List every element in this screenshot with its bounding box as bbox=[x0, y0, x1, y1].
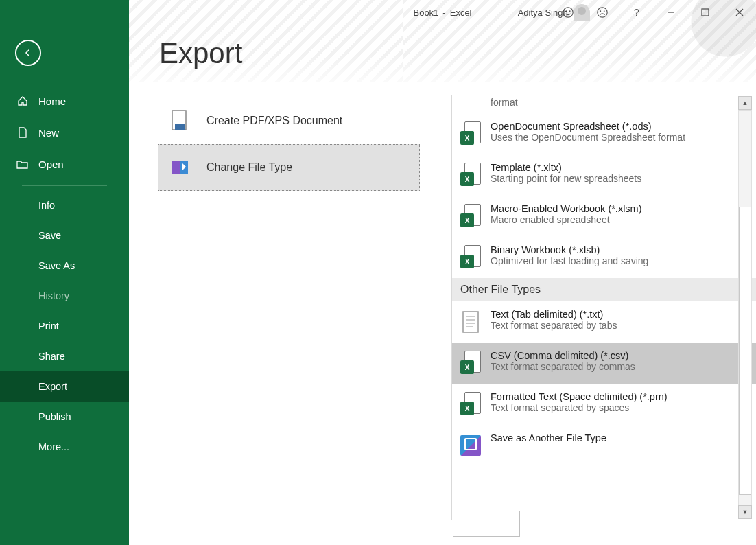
sidebar-item-label: Open bbox=[38, 159, 64, 170]
column-separator bbox=[423, 97, 423, 538]
sidebar-item-label: New bbox=[38, 127, 59, 139]
page-title: Export bbox=[159, 37, 242, 70]
save-as-button[interactable] bbox=[453, 511, 520, 537]
sad-face-icon[interactable] bbox=[593, 3, 612, 22]
titlebar: Book1 - Excel Aditya Singh ? bbox=[129, 0, 756, 25]
filetype-title: CSV (Comma delimited) (*.csv) bbox=[491, 350, 635, 361]
backstage-sidebar: Home New Open Info Save Save As History … bbox=[0, 0, 129, 545]
filetype-title: Macro-Enabled Workbook (*.xlsm) bbox=[491, 203, 642, 214]
filetype-desc: Text format separated by tabs bbox=[491, 320, 617, 331]
create-pdf-xps-option[interactable]: Create PDF/XPS Document bbox=[158, 97, 420, 144]
user-avatar-icon bbox=[574, 4, 590, 21]
export-option-label: Change File Type bbox=[206, 161, 292, 174]
filetype-prn[interactable]: X Formatted Text (Space delimited) (*.pr… bbox=[452, 384, 756, 425]
sidebar-item-more[interactable]: More... bbox=[0, 432, 129, 462]
user-name: Aditya Singh bbox=[518, 8, 568, 18]
maximize-button[interactable] bbox=[696, 3, 715, 22]
svg-rect-7 bbox=[702, 9, 709, 16]
svg-rect-11 bbox=[172, 161, 180, 174]
pdf-document-icon bbox=[168, 109, 191, 132]
arrow-left-icon bbox=[22, 47, 34, 59]
main-panel: Book1 - Excel Aditya Singh ? Export bbox=[129, 0, 756, 545]
back-button[interactable] bbox=[15, 40, 41, 66]
filetype-xltx[interactable]: X Template (*.xltx) Starting point for n… bbox=[452, 154, 756, 196]
filetype-title: Text (Tab delimited) (*.txt) bbox=[491, 309, 617, 320]
filetype-desc: Starting point for new spreadsheets bbox=[491, 173, 641, 184]
sidebar-item-saveas[interactable]: Save As bbox=[0, 251, 129, 281]
home-icon bbox=[16, 95, 29, 107]
sidebar-item-history: History bbox=[0, 281, 129, 311]
scroll-up-button[interactable]: ▲ bbox=[738, 96, 752, 110]
minimize-button[interactable] bbox=[661, 3, 681, 22]
excel-file-icon: X bbox=[459, 350, 482, 376]
scroll-down-button[interactable]: ▼ bbox=[738, 505, 752, 519]
scroll-thumb[interactable] bbox=[739, 207, 751, 495]
svg-point-5 bbox=[604, 10, 605, 12]
folder-open-icon bbox=[16, 158, 29, 170]
export-option-label: Create PDF/XPS Document bbox=[206, 115, 342, 127]
vertical-scrollbar[interactable]: ▲ ▼ bbox=[738, 96, 752, 519]
sidebar-item-label: Home bbox=[38, 95, 66, 107]
sidebar-item-export[interactable]: Export bbox=[0, 371, 129, 402]
filetype-save-another[interactable]: Save as Another File Type bbox=[452, 425, 756, 466]
filetype-xlsb[interactable]: X Binary Workbook (*.xlsb) Optimized for… bbox=[452, 237, 756, 278]
user-identity[interactable]: Aditya Singh bbox=[518, 4, 590, 21]
filetype-csv[interactable]: X CSV (Comma delimited) (*.csv) Text for… bbox=[452, 343, 756, 384]
help-icon[interactable]: ? bbox=[627, 3, 646, 22]
save-as-icon bbox=[459, 432, 482, 459]
excel-file-icon: X bbox=[459, 121, 482, 147]
app-name: Excel bbox=[450, 8, 472, 18]
new-file-icon bbox=[16, 126, 29, 139]
scroll-track[interactable] bbox=[738, 110, 752, 505]
filetype-section-header: Other File Types bbox=[452, 278, 756, 301]
sidebar-item-share[interactable]: Share bbox=[0, 341, 129, 371]
sidebar-item-info[interactable]: Info bbox=[0, 190, 129, 220]
filetype-txt[interactable]: Text (Tab delimited) (*.txt) Text format… bbox=[452, 301, 756, 343]
filetype-xlsm[interactable]: X Macro-Enabled Workbook (*.xlsm) Macro … bbox=[452, 196, 756, 237]
window-title: Book1 - Excel bbox=[413, 8, 471, 18]
filetype-title: Binary Workbook (*.xlsb) bbox=[491, 244, 648, 255]
close-button[interactable] bbox=[730, 3, 749, 22]
filetype-desc: Text format separated by spaces bbox=[491, 402, 668, 413]
filetype-title: Formatted Text (Space delimited) (*.prn) bbox=[491, 391, 668, 402]
filetype-title: Save as Another File Type bbox=[491, 432, 606, 443]
filetype-desc: Optimized for fast loading and saving bbox=[491, 255, 648, 266]
sidebar-item-home[interactable]: Home bbox=[0, 85, 129, 117]
change-file-type-icon bbox=[168, 156, 191, 179]
filetype-desc: Uses the OpenDocument Spreadsheet format bbox=[491, 132, 685, 143]
excel-file-icon: X bbox=[459, 391, 482, 417]
sidebar-divider bbox=[22, 185, 107, 186]
export-options-list: Create PDF/XPS Document Change File Type bbox=[158, 97, 420, 191]
sidebar-item-open[interactable]: Open bbox=[0, 148, 129, 180]
sidebar-item-save[interactable]: Save bbox=[0, 220, 129, 251]
document-name: Book1 bbox=[413, 8, 438, 18]
sidebar-item-print[interactable]: Print bbox=[0, 311, 129, 341]
excel-file-icon: X bbox=[459, 244, 482, 270]
filetype-desc: Macro enabled spreadsheet bbox=[491, 214, 642, 225]
sidebar-item-publish[interactable]: Publish bbox=[0, 402, 129, 432]
filetype-desc: Text format separated by commas bbox=[491, 361, 635, 372]
filetype-partial-label: format bbox=[452, 95, 756, 113]
excel-file-icon: X bbox=[459, 162, 482, 188]
svg-point-3 bbox=[598, 8, 607, 17]
text-file-icon bbox=[459, 309, 482, 335]
filetype-ods[interactable]: X OpenDocument Spreadsheet (*.ods) Uses … bbox=[452, 113, 756, 154]
svg-rect-12 bbox=[463, 312, 478, 332]
sidebar-item-new[interactable]: New bbox=[0, 117, 129, 148]
svg-rect-9 bbox=[175, 124, 185, 130]
change-file-type-option[interactable]: Change File Type bbox=[158, 144, 420, 191]
excel-file-icon: X bbox=[459, 203, 482, 229]
svg-point-4 bbox=[600, 10, 601, 12]
filetype-title: OpenDocument Spreadsheet (*.ods) bbox=[491, 121, 685, 132]
file-type-panel: format X OpenDocument Spreadsheet (*.ods… bbox=[451, 95, 756, 520]
filetype-title: Template (*.xltx) bbox=[491, 162, 641, 173]
